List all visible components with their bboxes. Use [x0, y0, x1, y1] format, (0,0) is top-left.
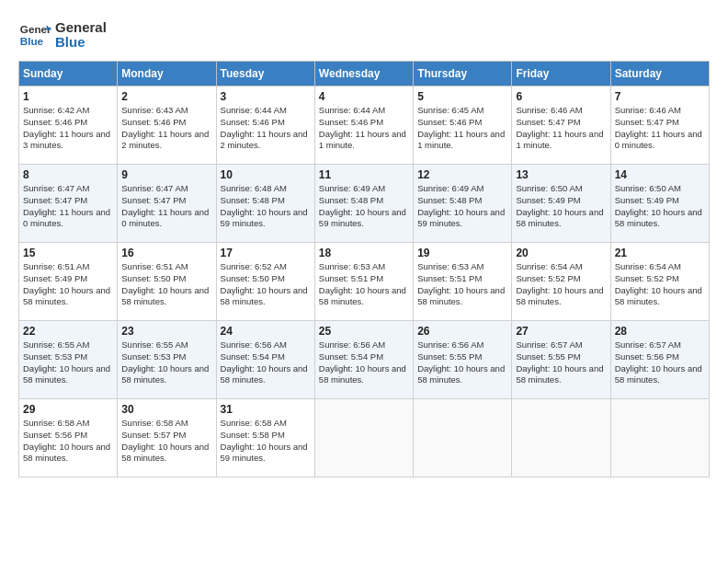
day-number: 23: [121, 325, 211, 338]
calendar-day-8: 8 Sunrise: 6:47 AM Sunset: 5:47 PM Dayli…: [19, 165, 118, 243]
day-info: Sunrise: 6:58 AM Sunset: 5:56 PM Dayligh…: [23, 418, 113, 465]
calendar-day-19: 19 Sunrise: 6:53 AM Sunset: 5:51 PM Dayl…: [414, 243, 512, 321]
day-info: Sunrise: 6:57 AM Sunset: 5:55 PM Dayligh…: [516, 339, 606, 386]
calendar-day-25: 25 Sunrise: 6:56 AM Sunset: 5:54 PM Dayl…: [314, 321, 413, 399]
calendar-day-16: 16 Sunrise: 6:51 AM Sunset: 5:50 PM Dayl…: [118, 243, 216, 321]
weekday-header-sunday: Sunday: [19, 62, 118, 86]
calendar-week-2: 8 Sunrise: 6:47 AM Sunset: 5:47 PM Dayli…: [19, 165, 710, 243]
calendar-day-29: 29 Sunrise: 6:58 AM Sunset: 5:56 PM Dayl…: [19, 399, 118, 477]
day-info: Sunrise: 6:46 AM Sunset: 5:47 PM Dayligh…: [615, 105, 705, 152]
day-info: Sunrise: 6:56 AM Sunset: 5:55 PM Dayligh…: [417, 339, 507, 386]
day-info: Sunrise: 6:49 AM Sunset: 5:48 PM Dayligh…: [417, 183, 507, 230]
calendar-week-5: 29 Sunrise: 6:58 AM Sunset: 5:56 PM Dayl…: [19, 399, 710, 477]
day-number: 14: [615, 168, 705, 181]
day-number: 19: [417, 247, 507, 259]
logo-icon: General Blue: [18, 18, 51, 52]
day-info: Sunrise: 6:49 AM Sunset: 5:48 PM Dayligh…: [319, 183, 409, 230]
day-info: Sunrise: 6:53 AM Sunset: 5:51 PM Dayligh…: [319, 261, 409, 308]
day-number: 2: [121, 90, 211, 103]
day-info: Sunrise: 6:55 AM Sunset: 5:53 PM Dayligh…: [23, 339, 113, 386]
day-info: Sunrise: 6:55 AM Sunset: 5:53 PM Dayligh…: [121, 339, 211, 386]
calendar-day-1: 1 Sunrise: 6:42 AM Sunset: 5:46 PM Dayli…: [19, 86, 118, 165]
day-number: 3: [221, 90, 311, 103]
day-number: 21: [615, 247, 705, 259]
day-number: 16: [121, 247, 211, 259]
calendar-day-9: 9 Sunrise: 6:47 AM Sunset: 5:47 PM Dayli…: [118, 165, 216, 243]
weekday-header-monday: Monday: [118, 62, 216, 86]
day-number: 31: [221, 403, 311, 416]
calendar-day-11: 11 Sunrise: 6:49 AM Sunset: 5:48 PM Dayl…: [314, 165, 413, 243]
calendar-week-1: 1 Sunrise: 6:42 AM Sunset: 5:46 PM Dayli…: [19, 86, 710, 165]
day-number: 20: [516, 247, 606, 259]
calendar-day-14: 14 Sunrise: 6:50 AM Sunset: 5:49 PM Dayl…: [610, 165, 709, 243]
calendar-day-26: 26 Sunrise: 6:56 AM Sunset: 5:55 PM Dayl…: [414, 321, 512, 399]
day-info: Sunrise: 6:50 AM Sunset: 5:49 PM Dayligh…: [516, 183, 606, 230]
day-number: 10: [221, 168, 311, 181]
day-info: Sunrise: 6:47 AM Sunset: 5:47 PM Dayligh…: [121, 183, 211, 230]
weekday-header-thursday: Thursday: [414, 62, 512, 86]
calendar-day-24: 24 Sunrise: 6:56 AM Sunset: 5:54 PM Dayl…: [216, 321, 314, 399]
day-info: Sunrise: 6:58 AM Sunset: 5:58 PM Dayligh…: [221, 418, 311, 465]
day-number: 15: [23, 247, 113, 259]
calendar-day-18: 18 Sunrise: 6:53 AM Sunset: 5:51 PM Dayl…: [314, 243, 413, 321]
day-info: Sunrise: 6:44 AM Sunset: 5:46 PM Dayligh…: [319, 105, 409, 152]
calendar-table: SundayMondayTuesdayWednesdayThursdayFrid…: [18, 61, 710, 477]
page-header: General Blue General Blue: [18, 18, 710, 52]
calendar-day-13: 13 Sunrise: 6:50 AM Sunset: 5:49 PM Dayl…: [512, 165, 610, 243]
calendar-day-15: 15 Sunrise: 6:51 AM Sunset: 5:49 PM Dayl…: [19, 243, 118, 321]
day-info: Sunrise: 6:51 AM Sunset: 5:50 PM Dayligh…: [121, 261, 211, 308]
day-info: Sunrise: 6:53 AM Sunset: 5:51 PM Dayligh…: [417, 261, 507, 308]
calendar-day-17: 17 Sunrise: 6:52 AM Sunset: 5:50 PM Dayl…: [216, 243, 314, 321]
calendar-week-3: 15 Sunrise: 6:51 AM Sunset: 5:49 PM Dayl…: [19, 243, 710, 321]
logo-text-general: General: [55, 20, 107, 36]
calendar-day-30: 30 Sunrise: 6:58 AM Sunset: 5:57 PM Dayl…: [118, 399, 216, 477]
empty-cell: [414, 399, 512, 477]
day-number: 17: [221, 247, 311, 259]
day-number: 6: [516, 90, 606, 103]
day-info: Sunrise: 6:44 AM Sunset: 5:46 PM Dayligh…: [221, 105, 311, 152]
day-info: Sunrise: 6:57 AM Sunset: 5:56 PM Dayligh…: [615, 339, 705, 386]
calendar-day-20: 20 Sunrise: 6:54 AM Sunset: 5:52 PM Dayl…: [512, 243, 610, 321]
day-info: Sunrise: 6:52 AM Sunset: 5:50 PM Dayligh…: [221, 261, 311, 308]
calendar-day-7: 7 Sunrise: 6:46 AM Sunset: 5:47 PM Dayli…: [610, 86, 709, 165]
logo: General Blue General Blue: [18, 18, 107, 52]
empty-cell: [610, 399, 709, 477]
calendar-header-row: SundayMondayTuesdayWednesdayThursdayFrid…: [19, 62, 710, 86]
calendar-day-12: 12 Sunrise: 6:49 AM Sunset: 5:48 PM Dayl…: [414, 165, 512, 243]
day-number: 12: [417, 168, 507, 181]
logo-text-blue: Blue: [55, 35, 107, 51]
day-info: Sunrise: 6:48 AM Sunset: 5:48 PM Dayligh…: [221, 183, 311, 230]
day-info: Sunrise: 6:54 AM Sunset: 5:52 PM Dayligh…: [516, 261, 606, 308]
calendar-day-10: 10 Sunrise: 6:48 AM Sunset: 5:48 PM Dayl…: [216, 165, 314, 243]
calendar-day-5: 5 Sunrise: 6:45 AM Sunset: 5:46 PM Dayli…: [414, 86, 512, 165]
calendar-day-23: 23 Sunrise: 6:55 AM Sunset: 5:53 PM Dayl…: [118, 321, 216, 399]
day-number: 18: [319, 247, 409, 259]
calendar-day-3: 3 Sunrise: 6:44 AM Sunset: 5:46 PM Dayli…: [216, 86, 314, 165]
day-number: 8: [23, 168, 113, 181]
day-info: Sunrise: 6:54 AM Sunset: 5:52 PM Dayligh…: [615, 261, 705, 308]
day-number: 30: [121, 403, 211, 416]
day-number: 24: [221, 325, 311, 338]
calendar-day-31: 31 Sunrise: 6:58 AM Sunset: 5:58 PM Dayl…: [216, 399, 314, 477]
weekday-header-tuesday: Tuesday: [216, 62, 314, 86]
day-number: 27: [516, 325, 606, 338]
day-info: Sunrise: 6:56 AM Sunset: 5:54 PM Dayligh…: [221, 339, 311, 386]
day-number: 1: [23, 90, 113, 103]
day-number: 7: [615, 90, 705, 103]
day-info: Sunrise: 6:46 AM Sunset: 5:47 PM Dayligh…: [516, 105, 606, 152]
day-info: Sunrise: 6:47 AM Sunset: 5:47 PM Dayligh…: [23, 183, 113, 230]
day-number: 4: [319, 90, 409, 103]
calendar-day-22: 22 Sunrise: 6:55 AM Sunset: 5:53 PM Dayl…: [19, 321, 118, 399]
day-number: 26: [417, 325, 507, 338]
weekday-header-friday: Friday: [512, 62, 610, 86]
day-info: Sunrise: 6:50 AM Sunset: 5:49 PM Dayligh…: [615, 183, 705, 230]
day-number: 13: [516, 168, 606, 181]
day-info: Sunrise: 6:45 AM Sunset: 5:46 PM Dayligh…: [417, 105, 507, 152]
weekday-header-wednesday: Wednesday: [314, 62, 413, 86]
day-number: 22: [23, 325, 113, 338]
day-info: Sunrise: 6:56 AM Sunset: 5:54 PM Dayligh…: [319, 339, 409, 386]
day-info: Sunrise: 6:42 AM Sunset: 5:46 PM Dayligh…: [23, 105, 113, 152]
empty-cell: [314, 399, 413, 477]
day-info: Sunrise: 6:51 AM Sunset: 5:49 PM Dayligh…: [23, 261, 113, 308]
day-number: 9: [121, 168, 211, 181]
